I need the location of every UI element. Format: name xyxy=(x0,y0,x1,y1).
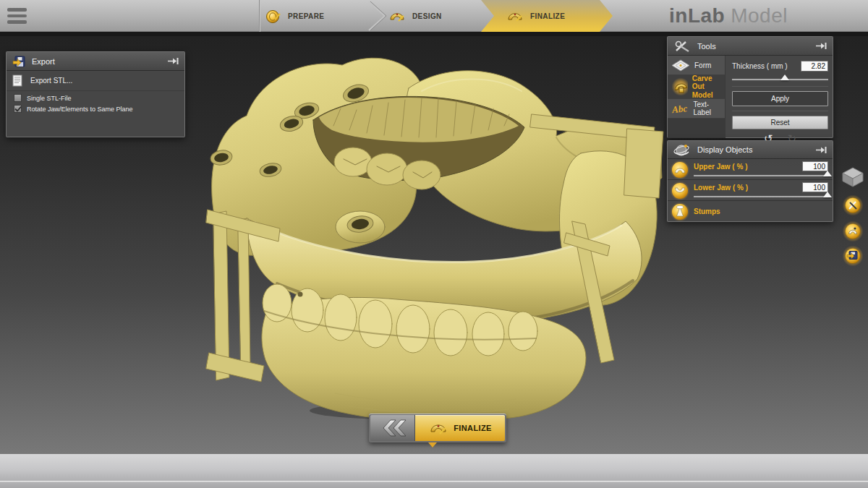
display-objects-title: Display Objects xyxy=(697,145,815,154)
export-stl-button[interactable]: Export STL... xyxy=(7,71,184,91)
lower-jaw-slider[interactable] xyxy=(694,192,828,199)
tab-prepare[interactable]: PREPARE xyxy=(265,0,324,32)
lower-jaw-slider-thumb[interactable] xyxy=(823,192,832,197)
app-logo-bold: inLab xyxy=(669,4,725,27)
finalize-button-label: FINALIZE xyxy=(454,424,492,432)
tool-text-label-button[interactable]: Abc Text-Label xyxy=(668,99,725,119)
carve-out-icon xyxy=(671,77,688,96)
tool-carve-out-label: Carve Out Model xyxy=(692,74,725,100)
tools-panel-collapse-icon[interactable] xyxy=(815,42,827,50)
tab-design[interactable]: DESIGN xyxy=(388,0,442,32)
design-step-icon xyxy=(388,7,407,25)
thickness-label: Thickness ( mm ) xyxy=(732,62,788,70)
lower-jaw-icon[interactable] xyxy=(670,181,690,201)
finalize-step-icon xyxy=(506,7,524,25)
prepare-step-label: PREPARE xyxy=(288,12,324,20)
finalize-button[interactable]: FINALIZE xyxy=(415,415,505,441)
view-cube-icon xyxy=(841,167,865,187)
stumps-row: Stumps xyxy=(668,201,833,223)
stumps-label: Stumps xyxy=(694,207,720,215)
dock-display-objects-button[interactable] xyxy=(842,221,864,245)
dental-model-3d xyxy=(205,53,668,422)
tools-panel: Tools Form xyxy=(667,36,833,138)
tool-text-label-label: Text-Label xyxy=(694,100,726,116)
upper-jaw-value-field[interactable]: 100 xyxy=(802,161,828,171)
export-panel-header: Export xyxy=(7,52,184,71)
export-icon xyxy=(12,56,25,67)
thickness-slider[interactable] xyxy=(732,74,828,82)
text-label-icon: Abc xyxy=(671,102,689,115)
single-stl-checkbox-box[interactable] xyxy=(14,94,22,102)
dock-tools-icon xyxy=(842,194,864,216)
rotate-jaw-checkbox[interactable]: Rotate Jaw/Elements to Same Plane xyxy=(14,105,184,113)
single-stl-checkbox[interactable]: Single STL-File xyxy=(14,94,184,102)
apply-button[interactable]: Apply xyxy=(732,91,828,106)
tools-panel-title: Tools xyxy=(697,42,815,51)
design-step-label: DESIGN xyxy=(412,12,442,20)
upper-jaw-label: Upper Jaw ( % ) xyxy=(694,163,747,171)
svg-text:Abc: Abc xyxy=(671,103,688,115)
lower-jaw-value-field[interactable]: 100 xyxy=(802,182,828,192)
dock-export-icon xyxy=(842,245,864,267)
tool-carve-out-button[interactable]: Carve Out Model xyxy=(668,75,725,99)
lower-jaw-slider-track[interactable] xyxy=(694,196,828,198)
inlab-model-app: PREPARE DESIGN FINALIZE inLab Model xyxy=(0,0,868,488)
app-logo: inLab Model xyxy=(669,4,788,28)
topbar-shadow-strip xyxy=(0,32,868,36)
back-chevrons-icon xyxy=(377,419,409,437)
dock-export-button[interactable] xyxy=(842,245,864,270)
divider xyxy=(732,86,828,87)
finalize-button-icon xyxy=(428,419,448,437)
tools-left-filler xyxy=(668,119,725,138)
export-panel: Export Export STL... Single STL-File Rot… xyxy=(6,51,185,137)
topbar-divider xyxy=(259,0,260,32)
view-cube-button[interactable] xyxy=(841,167,865,190)
display-objects-icon xyxy=(673,142,691,158)
app-logo-light: Model xyxy=(731,4,788,27)
step-separator-icon xyxy=(366,0,388,32)
top-bar: PREPARE DESIGN FINALIZE inLab Model xyxy=(0,0,868,32)
upper-jaw-slider-track[interactable] xyxy=(694,175,828,177)
lower-jaw-row: Lower Jaw ( % ) 100 xyxy=(668,180,833,201)
tool-form-button[interactable]: Form xyxy=(668,56,725,75)
export-panel-collapse-icon[interactable] xyxy=(167,57,179,65)
reset-button[interactable]: Reset xyxy=(732,116,828,129)
stl-document-icon xyxy=(12,74,22,87)
tools-icon xyxy=(673,40,691,53)
tools-panel-header: Tools xyxy=(668,37,833,56)
thickness-slider-thumb[interactable] xyxy=(780,74,789,80)
finalize-pointer-icon xyxy=(428,442,437,448)
lower-jaw-label: Lower Jaw ( % ) xyxy=(694,184,748,192)
upper-jaw-slider[interactable] xyxy=(694,171,828,178)
tool-form-label: Form xyxy=(694,61,711,69)
check-icon xyxy=(14,106,21,112)
finalize-control: FINALIZE xyxy=(369,414,506,442)
display-objects-panel: Display Objects Upper Jaw ( % ) 100 Lowe xyxy=(667,140,833,222)
stumps-icon[interactable] xyxy=(670,202,690,222)
dock-tools-button[interactable] xyxy=(842,194,864,219)
upper-jaw-icon[interactable] xyxy=(670,160,690,180)
thickness-value-field[interactable]: 2.82 xyxy=(801,61,828,72)
finalize-step-label: FINALIZE xyxy=(530,12,565,20)
form-icon xyxy=(671,59,690,72)
display-objects-collapse-icon[interactable] xyxy=(815,146,827,154)
export-stl-label: Export STL... xyxy=(30,77,72,85)
tab-finalize[interactable]: FINALIZE xyxy=(481,0,613,32)
rotate-jaw-label: Rotate Jaw/Elements to Same Plane xyxy=(27,106,133,113)
export-panel-title: Export xyxy=(32,57,167,66)
display-objects-header: Display Objects xyxy=(668,141,833,159)
divider xyxy=(732,111,828,111)
single-stl-label: Single STL-File xyxy=(27,95,72,102)
rotate-jaw-checkbox-box[interactable] xyxy=(14,105,22,113)
previous-step-button[interactable] xyxy=(370,415,415,441)
menu-button[interactable] xyxy=(7,8,27,24)
upper-jaw-row: Upper Jaw ( % ) 100 xyxy=(668,159,833,180)
prepare-step-icon xyxy=(265,7,282,25)
dock-display-objects-icon xyxy=(842,221,864,242)
upper-jaw-slider-thumb[interactable] xyxy=(823,171,832,176)
bottom-bar xyxy=(0,454,868,488)
